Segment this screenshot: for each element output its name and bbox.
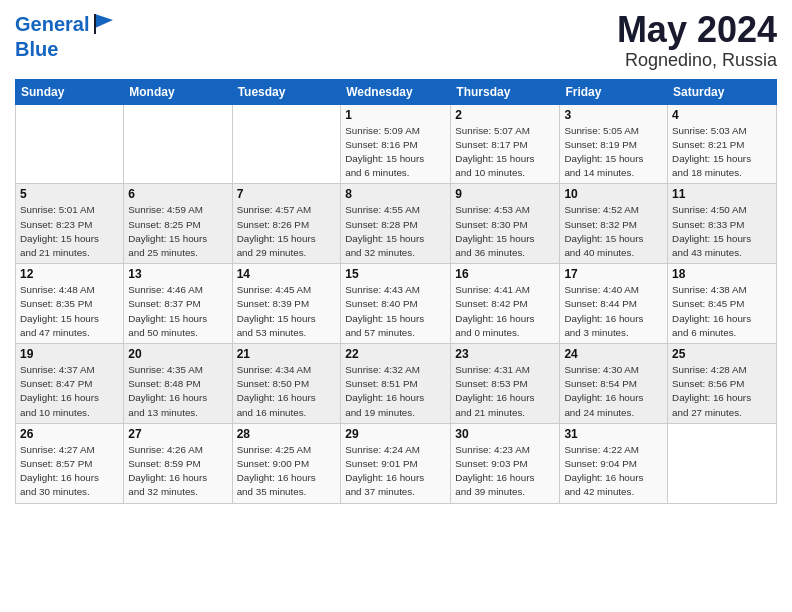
day-number: 12 bbox=[20, 267, 119, 281]
day-number: 22 bbox=[345, 347, 446, 361]
cell-3-2: 21Sunrise: 4:34 AMSunset: 8:50 PMDayligh… bbox=[232, 344, 341, 424]
cell-4-5: 31Sunrise: 4:22 AMSunset: 9:04 PMDayligh… bbox=[560, 423, 668, 503]
day-number: 18 bbox=[672, 267, 772, 281]
day-number: 14 bbox=[237, 267, 337, 281]
logo-text: General bbox=[15, 13, 89, 35]
day-info: Sunrise: 4:50 AMSunset: 8:33 PMDaylight:… bbox=[672, 203, 772, 260]
day-number: 6 bbox=[128, 187, 227, 201]
cell-3-0: 19Sunrise: 4:37 AMSunset: 8:47 PMDayligh… bbox=[16, 344, 124, 424]
cell-0-1 bbox=[124, 104, 232, 184]
week-row-2: 5Sunrise: 5:01 AMSunset: 8:23 PMDaylight… bbox=[16, 184, 777, 264]
cell-3-6: 25Sunrise: 4:28 AMSunset: 8:56 PMDayligh… bbox=[668, 344, 777, 424]
cell-1-2: 7Sunrise: 4:57 AMSunset: 8:26 PMDaylight… bbox=[232, 184, 341, 264]
day-number: 16 bbox=[455, 267, 555, 281]
day-number: 3 bbox=[564, 108, 663, 122]
week-row-4: 19Sunrise: 4:37 AMSunset: 8:47 PMDayligh… bbox=[16, 344, 777, 424]
day-info: Sunrise: 4:52 AMSunset: 8:32 PMDaylight:… bbox=[564, 203, 663, 260]
day-number: 9 bbox=[455, 187, 555, 201]
day-number: 13 bbox=[128, 267, 227, 281]
day-info: Sunrise: 4:31 AMSunset: 8:53 PMDaylight:… bbox=[455, 363, 555, 420]
logo: General Blue bbox=[15, 10, 119, 60]
cell-0-3: 1Sunrise: 5:09 AMSunset: 8:16 PMDaylight… bbox=[341, 104, 451, 184]
day-number: 21 bbox=[237, 347, 337, 361]
svg-rect-1 bbox=[94, 14, 96, 34]
cell-0-2 bbox=[232, 104, 341, 184]
day-info: Sunrise: 4:27 AMSunset: 8:57 PMDaylight:… bbox=[20, 443, 119, 500]
day-number: 31 bbox=[564, 427, 663, 441]
cell-2-1: 13Sunrise: 4:46 AMSunset: 8:37 PMDayligh… bbox=[124, 264, 232, 344]
cell-1-0: 5Sunrise: 5:01 AMSunset: 8:23 PMDaylight… bbox=[16, 184, 124, 264]
day-info: Sunrise: 4:55 AMSunset: 8:28 PMDaylight:… bbox=[345, 203, 446, 260]
day-number: 17 bbox=[564, 267, 663, 281]
cell-0-6: 4Sunrise: 5:03 AMSunset: 8:21 PMDaylight… bbox=[668, 104, 777, 184]
day-info: Sunrise: 4:53 AMSunset: 8:30 PMDaylight:… bbox=[455, 203, 555, 260]
cell-4-2: 28Sunrise: 4:25 AMSunset: 9:00 PMDayligh… bbox=[232, 423, 341, 503]
cell-1-3: 8Sunrise: 4:55 AMSunset: 8:28 PMDaylight… bbox=[341, 184, 451, 264]
cell-3-1: 20Sunrise: 4:35 AMSunset: 8:48 PMDayligh… bbox=[124, 344, 232, 424]
cell-4-4: 30Sunrise: 4:23 AMSunset: 9:03 PMDayligh… bbox=[451, 423, 560, 503]
day-number: 25 bbox=[672, 347, 772, 361]
cell-4-6 bbox=[668, 423, 777, 503]
day-number: 15 bbox=[345, 267, 446, 281]
logo-text-blue: Blue bbox=[15, 38, 119, 60]
day-info: Sunrise: 4:41 AMSunset: 8:42 PMDaylight:… bbox=[455, 283, 555, 340]
cell-2-6: 18Sunrise: 4:38 AMSunset: 8:45 PMDayligh… bbox=[668, 264, 777, 344]
week-row-1: 1Sunrise: 5:09 AMSunset: 8:16 PMDaylight… bbox=[16, 104, 777, 184]
day-info: Sunrise: 4:35 AMSunset: 8:48 PMDaylight:… bbox=[128, 363, 227, 420]
week-row-3: 12Sunrise: 4:48 AMSunset: 8:35 PMDayligh… bbox=[16, 264, 777, 344]
cell-2-4: 16Sunrise: 4:41 AMSunset: 8:42 PMDayligh… bbox=[451, 264, 560, 344]
day-info: Sunrise: 4:26 AMSunset: 8:59 PMDaylight:… bbox=[128, 443, 227, 500]
day-info: Sunrise: 5:03 AMSunset: 8:21 PMDaylight:… bbox=[672, 124, 772, 181]
day-info: Sunrise: 4:45 AMSunset: 8:39 PMDaylight:… bbox=[237, 283, 337, 340]
col-wednesday: Wednesday bbox=[341, 79, 451, 104]
day-info: Sunrise: 5:05 AMSunset: 8:19 PMDaylight:… bbox=[564, 124, 663, 181]
day-number: 23 bbox=[455, 347, 555, 361]
day-number: 30 bbox=[455, 427, 555, 441]
day-info: Sunrise: 4:46 AMSunset: 8:37 PMDaylight:… bbox=[128, 283, 227, 340]
day-number: 24 bbox=[564, 347, 663, 361]
day-info: Sunrise: 4:30 AMSunset: 8:54 PMDaylight:… bbox=[564, 363, 663, 420]
day-number: 29 bbox=[345, 427, 446, 441]
logo-icon bbox=[91, 10, 119, 38]
cell-1-1: 6Sunrise: 4:59 AMSunset: 8:25 PMDaylight… bbox=[124, 184, 232, 264]
page: General Blue May 2024 Rognedino, Russia … bbox=[0, 0, 792, 612]
title-block: May 2024 Rognedino, Russia bbox=[617, 10, 777, 71]
day-info: Sunrise: 4:25 AMSunset: 9:00 PMDaylight:… bbox=[237, 443, 337, 500]
svg-marker-0 bbox=[95, 14, 113, 28]
cell-1-5: 10Sunrise: 4:52 AMSunset: 8:32 PMDayligh… bbox=[560, 184, 668, 264]
cell-3-5: 24Sunrise: 4:30 AMSunset: 8:54 PMDayligh… bbox=[560, 344, 668, 424]
day-info: Sunrise: 5:01 AMSunset: 8:23 PMDaylight:… bbox=[20, 203, 119, 260]
day-info: Sunrise: 4:24 AMSunset: 9:01 PMDaylight:… bbox=[345, 443, 446, 500]
day-number: 19 bbox=[20, 347, 119, 361]
day-number: 27 bbox=[128, 427, 227, 441]
cell-0-4: 2Sunrise: 5:07 AMSunset: 8:17 PMDaylight… bbox=[451, 104, 560, 184]
day-number: 26 bbox=[20, 427, 119, 441]
calendar-header-row: Sunday Monday Tuesday Wednesday Thursday… bbox=[16, 79, 777, 104]
col-thursday: Thursday bbox=[451, 79, 560, 104]
col-monday: Monday bbox=[124, 79, 232, 104]
cell-4-3: 29Sunrise: 4:24 AMSunset: 9:01 PMDayligh… bbox=[341, 423, 451, 503]
day-info: Sunrise: 5:09 AMSunset: 8:16 PMDaylight:… bbox=[345, 124, 446, 181]
cell-2-3: 15Sunrise: 4:43 AMSunset: 8:40 PMDayligh… bbox=[341, 264, 451, 344]
day-number: 11 bbox=[672, 187, 772, 201]
week-row-5: 26Sunrise: 4:27 AMSunset: 8:57 PMDayligh… bbox=[16, 423, 777, 503]
day-info: Sunrise: 4:28 AMSunset: 8:56 PMDaylight:… bbox=[672, 363, 772, 420]
cell-1-4: 9Sunrise: 4:53 AMSunset: 8:30 PMDaylight… bbox=[451, 184, 560, 264]
day-number: 20 bbox=[128, 347, 227, 361]
cell-4-1: 27Sunrise: 4:26 AMSunset: 8:59 PMDayligh… bbox=[124, 423, 232, 503]
day-info: Sunrise: 4:32 AMSunset: 8:51 PMDaylight:… bbox=[345, 363, 446, 420]
calendar-table: Sunday Monday Tuesday Wednesday Thursday… bbox=[15, 79, 777, 504]
cell-0-5: 3Sunrise: 5:05 AMSunset: 8:19 PMDaylight… bbox=[560, 104, 668, 184]
day-info: Sunrise: 4:38 AMSunset: 8:45 PMDaylight:… bbox=[672, 283, 772, 340]
location-title: Rognedino, Russia bbox=[617, 50, 777, 71]
month-title: May 2024 bbox=[617, 10, 777, 50]
day-number: 2 bbox=[455, 108, 555, 122]
cell-3-4: 23Sunrise: 4:31 AMSunset: 8:53 PMDayligh… bbox=[451, 344, 560, 424]
day-number: 7 bbox=[237, 187, 337, 201]
day-info: Sunrise: 4:43 AMSunset: 8:40 PMDaylight:… bbox=[345, 283, 446, 340]
day-number: 1 bbox=[345, 108, 446, 122]
day-info: Sunrise: 4:59 AMSunset: 8:25 PMDaylight:… bbox=[128, 203, 227, 260]
day-number: 4 bbox=[672, 108, 772, 122]
day-info: Sunrise: 4:48 AMSunset: 8:35 PMDaylight:… bbox=[20, 283, 119, 340]
day-number: 28 bbox=[237, 427, 337, 441]
